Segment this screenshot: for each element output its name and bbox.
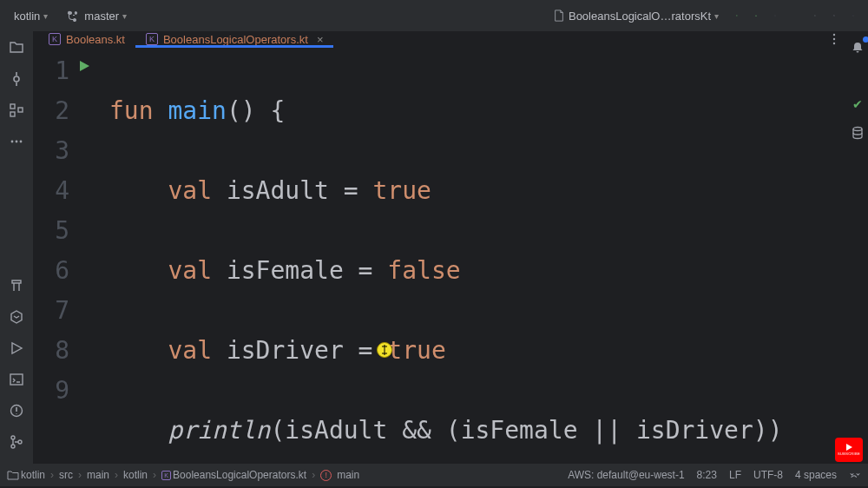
more-tools-button[interactable]: [7, 132, 26, 151]
code-content[interactable]: fun main() { val isAdult = true val isFe…: [95, 48, 847, 488]
settings-button[interactable]: [845, 8, 861, 23]
problems-tool-button[interactable]: [7, 401, 26, 420]
cursor-indicator: [377, 342, 392, 358]
chevron-down-icon: ▾: [43, 11, 48, 21]
project-tool-button[interactable]: [7, 38, 26, 57]
main-area: K Booleans.kt K BooleansLogicalOperators…: [0, 31, 868, 464]
right-tool-stripe: ✔: [847, 31, 868, 464]
branch-icon: [65, 8, 81, 23]
structure-tool-button[interactable]: [7, 101, 26, 120]
chevron-down-icon: ▾: [122, 11, 127, 21]
svg-rect-6: [10, 104, 15, 109]
tab-booleans[interactable]: K Booleans.kt: [38, 31, 135, 47]
svg-rect-8: [18, 108, 23, 112]
commit-tool-button[interactable]: [7, 69, 26, 89]
run-button[interactable]: [729, 8, 745, 23]
svg-point-19: [833, 43, 835, 44]
terminal-tool-button[interactable]: [7, 370, 26, 389]
svg-point-9: [11, 141, 14, 143]
svg-rect-7: [10, 112, 15, 116]
run-config-selector[interactable]: BooleansLogicalO…ratorsKt ▾: [546, 6, 726, 26]
svg-point-5: [14, 76, 19, 82]
tab-label: BooleansLogicalOperators.kt: [163, 33, 308, 46]
code-with-me-button[interactable]: [807, 8, 823, 23]
folder-icon: [7, 469, 19, 481]
run-tool-button[interactable]: [7, 339, 26, 358]
debug-button[interactable]: [748, 8, 764, 23]
services-tool-button[interactable]: [7, 307, 26, 326]
svg-point-3: [814, 15, 815, 16]
svg-point-18: [833, 38, 835, 40]
run-gutter: [75, 48, 95, 488]
svg-rect-12: [10, 374, 23, 385]
close-icon[interactable]: ×: [317, 33, 324, 46]
notification-dot: [863, 36, 868, 43]
more-actions-button[interactable]: [767, 8, 783, 23]
svg-point-11: [20, 141, 23, 143]
git-branch-selector[interactable]: master ▾: [58, 4, 134, 27]
left-tool-stripe: [0, 31, 33, 464]
tab-actions-button[interactable]: [826, 31, 842, 47]
notifications-button[interactable]: [848, 38, 867, 57]
vcs-tool-button[interactable]: [7, 432, 26, 452]
analysis-ok-icon[interactable]: ✔: [852, 97, 863, 111]
editor-area: K Booleans.kt K BooleansLogicalOperators…: [33, 31, 847, 464]
svg-point-10: [16, 141, 18, 143]
play-icon: [846, 444, 852, 451]
svg-point-15: [11, 445, 15, 448]
run-config-label: BooleansLogicalO…ratorsKt: [569, 10, 711, 23]
branch-name: master: [84, 10, 119, 23]
run-gutter-icon[interactable]: [76, 58, 92, 74]
editor-tabs: K Booleans.kt K BooleansLogicalOperators…: [33, 31, 847, 48]
svg-point-4: [833, 15, 834, 16]
kotlin-file-icon: K: [146, 33, 158, 45]
database-tool-button[interactable]: [848, 123, 867, 142]
build-tool-button[interactable]: [7, 276, 26, 295]
file-icon: [553, 10, 565, 22]
svg-point-16: [18, 440, 22, 444]
tab-booleans-logical-operators[interactable]: K BooleansLogicalOperators.kt ×: [135, 31, 334, 47]
svg-point-20: [853, 128, 862, 131]
code-editor[interactable]: 123456789 fun main() { val isAdult = tru…: [33, 48, 847, 488]
svg-point-17: [833, 34, 835, 36]
svg-point-14: [11, 436, 15, 439]
search-everywhere-button[interactable]: [826, 8, 842, 23]
line-number-gutter: 123456789: [33, 48, 75, 488]
kotlin-file-icon: K: [49, 33, 61, 45]
top-toolbar: kotlin ▾ master ▾ BooleansLogicalO…rator…: [0, 0, 868, 31]
project-name: kotlin: [14, 10, 40, 23]
chevron-down-icon: ▾: [714, 11, 719, 21]
reader-mode-icon[interactable]: [849, 467, 861, 483]
tab-label: Booleans.kt: [66, 33, 125, 46]
youtube-subscribe-badge[interactable]: SUBSCRIBE: [835, 438, 863, 462]
project-selector[interactable]: kotlin ▾: [7, 6, 55, 26]
